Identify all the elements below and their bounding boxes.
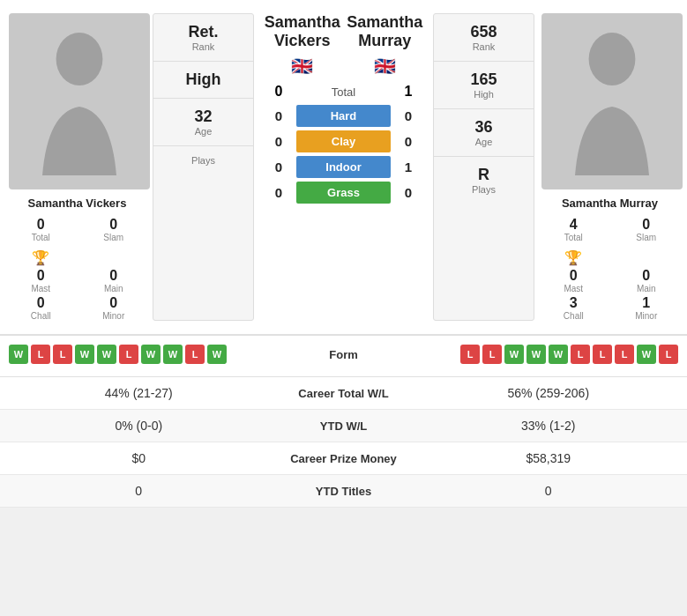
right-mast-value: 0 [570, 268, 578, 284]
hard-right-score: 0 [391, 108, 426, 123]
left-minor-label: Minor [102, 311, 124, 321]
right-player-name-line2: Murray [344, 32, 427, 50]
right-center-panel: 658 Rank 165 High 36 Age R Plays [433, 13, 534, 321]
right-form-badge-l: L [593, 345, 612, 364]
left-mast-value: 0 [37, 268, 45, 284]
grass-left-score: 0 [261, 185, 296, 200]
comparison-row-0: 44% (21-27)Career Total W/L56% (259-206) [0, 377, 687, 410]
right-silhouette [559, 26, 665, 176]
comparison-row-3: 0YTD Titles0 [0, 475, 687, 508]
total-score-row: 0 Total 1 [261, 84, 426, 100]
right-form-badge-w: W [526, 345, 546, 364]
clay-right-score: 0 [391, 134, 426, 149]
right-high-value: 165 [470, 71, 497, 89]
right-total-score: 1 [391, 84, 426, 100]
left-form-badge-w: W [163, 345, 183, 364]
right-age-label: Age [475, 137, 493, 147]
right-player-name-line1: Samantha [344, 13, 427, 32]
left-rank-box: Ret. Rank [153, 14, 253, 62]
comparison-row-1: 0% (0-0)YTD W/L33% (1-2) [0, 410, 687, 442]
hard-left-score: 0 [261, 108, 296, 123]
right-total-value: 4 [570, 217, 578, 233]
right-form-badge-l: L [482, 345, 502, 364]
clay-left-score: 0 [261, 134, 296, 149]
right-player-photo: Samantha Murray 4 Total 0 Slam 🏆 0 [541, 13, 678, 321]
right-main-value: 0 [642, 268, 650, 284]
indoor-surface-btn: Indoor [296, 156, 391, 178]
right-form-badge-w: W [637, 345, 656, 364]
indoor-surface-row: 0 Indoor 1 [261, 156, 426, 178]
comp-label-2: Career Prize Money [265, 452, 423, 465]
left-slam-value: 0 [109, 217, 117, 233]
left-age-value: 32 [194, 108, 212, 126]
comp-right-2: $58,319 [423, 451, 675, 465]
right-form-badge-l: L [659, 345, 678, 364]
left-total-score: 0 [261, 84, 296, 100]
left-rank-label: Rank [192, 41, 215, 52]
right-age-value: 36 [474, 118, 492, 137]
right-trophy-icon: 🏆 [564, 249, 582, 266]
right-age-box: 36 Age [434, 109, 534, 157]
right-bottom-stats: Samantha Murray 4 Total 0 Slam 🏆 0 [541, 197, 678, 321]
left-total-value: 0 [37, 217, 45, 233]
right-form-badge-w: W [504, 345, 524, 364]
comp-right-3: 0 [423, 484, 675, 498]
left-form-badge-w: W [97, 345, 116, 364]
grass-surface-row: 0 Grass 0 [261, 182, 426, 204]
left-form-badge-w: W [9, 345, 28, 364]
clay-surface-btn: Clay [296, 130, 391, 152]
left-form-badge-w: W [207, 345, 227, 364]
left-total-label: Total [32, 233, 50, 242]
indoor-right-score: 1 [391, 160, 426, 174]
right-minor-value: 1 [642, 295, 650, 311]
comp-label-0: Career Total W/L [265, 387, 423, 400]
indoor-left-score: 0 [261, 160, 296, 174]
top-section: Samantha Vickers 0 Total 0 Slam 🏆 0 [0, 0, 687, 334]
left-form-badge-w: W [141, 345, 161, 364]
left-chall-value: 0 [37, 295, 45, 311]
right-mast-label: Mast [564, 284, 583, 293]
player-names-row: Samantha Vickers Samantha Murray [261, 13, 426, 50]
right-form-badge-l: L [571, 345, 590, 364]
left-trophy-icon: 🏆 [32, 249, 49, 266]
left-player-name-line1: Samantha [261, 13, 344, 32]
left-photo-box [9, 13, 150, 189]
left-flag: 🇬🇧 [261, 56, 344, 77]
form-section: WLLWWLWWLW Form LLWWWLLLWL [0, 334, 687, 376]
left-player-name-line2: Vickers [261, 32, 344, 50]
left-high-value: High [186, 71, 221, 89]
right-high-label: High [474, 89, 494, 100]
left-main-label: Main [104, 284, 123, 293]
comp-left-0: 44% (21-27) [13, 386, 265, 400]
right-high-box: 165 High [434, 62, 534, 109]
right-plays-box: R Plays [434, 157, 534, 204]
left-player-photo: Samantha Vickers 0 Total 0 Slam 🏆 0 [9, 13, 146, 321]
right-total-label: Total [564, 233, 583, 242]
grass-right-score: 0 [391, 185, 426, 200]
left-form-badge-l: L [31, 345, 50, 364]
left-rank-value: Ret. [188, 23, 218, 41]
right-plays-value: R [478, 166, 489, 184]
right-form-badge-w: W [549, 345, 568, 364]
right-form-badge-l: L [460, 345, 480, 364]
hard-surface-btn: Hard [296, 105, 391, 127]
svg-point-1 [589, 33, 636, 85]
comp-left-1: 0% (0-0) [13, 419, 265, 433]
form-label: Form [291, 348, 397, 361]
left-main-value: 0 [109, 268, 117, 284]
left-form-badge-w: W [75, 345, 94, 364]
left-slam-label: Slam [103, 233, 123, 242]
right-slam-value: 0 [642, 217, 650, 233]
form-row: WLLWWLWWLW Form LLWWWLLLWL [9, 345, 678, 364]
clay-surface-row: 0 Clay 0 [261, 130, 426, 152]
right-rank-label: Rank [473, 41, 496, 52]
left-age-box: 32 Age [153, 99, 253, 146]
right-minor-label: Minor [635, 311, 657, 321]
right-chall-label: Chall [564, 311, 584, 321]
right-rank-value: 658 [470, 23, 497, 41]
flags-row: 🇬🇧 🇬🇧 [261, 56, 426, 77]
left-form-badge-l: L [185, 345, 205, 364]
left-high-box: High [153, 62, 253, 99]
total-label: Total [296, 85, 391, 99]
comp-left-2: $0 [13, 451, 265, 465]
